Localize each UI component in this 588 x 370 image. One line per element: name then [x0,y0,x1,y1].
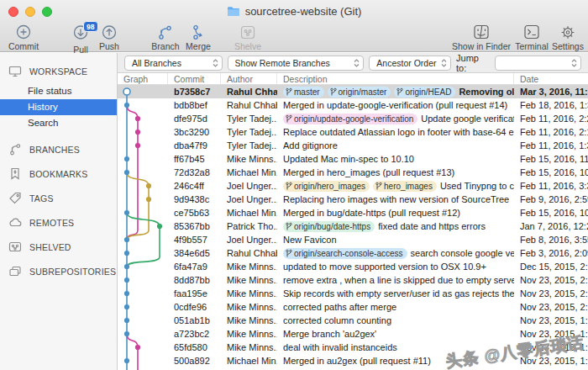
commit-hash: a723bc2 [168,329,221,339]
commit-author: Mike Minns... [221,329,277,339]
sidebar-item-history[interactable]: History [0,99,117,115]
commit-hash: 6fa47a9 [168,262,221,272]
branch-badge-label: origin/HEAD [405,87,451,97]
commit-button[interactable]: Commit [3,24,44,51]
commit-date: Dec 15, 2015, 2:0... [514,262,588,272]
title-bar: sourcetree-website (Git) [0,5,588,18]
remote-filter-select[interactable]: Show Remote Branches [228,56,365,71]
table-row[interactable]: 051ab1bMike Minns...corrected column cou… [118,314,588,327]
table-row[interactable]: a723bc2Mike Minns...Merge branch 'au2gex… [118,327,588,341]
sidebar-section-shelved[interactable]: SHELVED [0,235,117,259]
commit-message: search console google ver... [411,248,514,258]
branch-badge: origin/master [328,87,391,98]
commit-author: Rahul Chhab... [221,100,277,110]
commit-hash: 8dd87bb [168,275,221,285]
table-row[interactable]: 246c4ffJoel Unger...origin/hero_imageshe… [118,179,588,193]
commit-author: Mike Minns... [221,342,277,352]
terminal-button[interactable]: Terminal [512,24,552,51]
window-chrome: sourcetree-website (Git) Commit 98 Pull [0,0,588,52]
column-header-commit[interactable]: Commit [168,73,221,84]
sourcetree-window: sourcetree-website (Git) Commit 98 Pull [0,0,588,370]
table-row[interactable]: 4f9b557Joel Unger...New FaviconFeb 8, 20… [118,233,588,246]
merge-label: Merge [180,41,217,51]
commit-message: Skip records with empty server/user id a… [283,288,514,299]
column-header-graph[interactable]: Graph [118,73,168,84]
table-row[interactable]: 8dd87bbMike Minns...remove extra , when … [118,273,588,287]
commit-author: Tyler Tadej... [221,127,277,137]
table-row[interactable]: b7358c7Rahul Chha...masterorigin/mastero… [118,85,588,98]
branch-badge-label: master [294,87,320,97]
branch-badge-icon [375,182,382,191]
commit-message: Merged in update-google-verification (pu… [283,100,507,110]
shelve-label: Shelve [226,41,270,51]
tag-icon [8,192,22,204]
table-row[interactable]: ff67b45Mike Minns...Updated Mac min-spec… [118,152,588,166]
show-in-finder-button[interactable]: Show in Finder [448,24,515,51]
sidebar-section-remotes[interactable]: REMOTES [0,210,117,235]
commit-message: fixed date and https errors [378,221,486,231]
column-header-date[interactable]: Date [514,73,588,84]
push-button[interactable]: Push [92,24,126,51]
commit-description: corrected paths after merge [277,302,514,312]
window-title: sourcetree-website (Git) [245,5,362,18]
commit-description: masterorigin/masterorigin/HEADRemoving o… [277,87,514,98]
table-row[interactable]: 0cdfe96Mike Minns...corrected paths afte… [118,300,588,314]
table-row[interactable]: bdb8befRahul Chhab...Merged in update-go… [118,98,588,112]
commit-date: Jan 7, 2016, 12:2... [514,221,588,231]
branch-badge: origin/hero_images [283,181,370,192]
table-row[interactable]: ce75b63Michael Min...Merged in bug/date-… [118,206,588,219]
commit-description: Updated Mac min-spec to 10.10 [277,154,514,164]
commit-hash: dfe975d [168,114,221,124]
sidebar-section-subrepositories[interactable]: SUBREPOSITORIES [0,259,117,283]
commit-label: Commit [3,41,44,51]
table-row[interactable]: 384e6d5Rahul Chhab...origin/search-conso… [118,246,588,260]
sidebar-label-workspace: WORKSPACE [29,66,87,77]
table-row[interactable]: faa195eMike Minns...Skip records with em… [118,287,588,300]
commit-date: Nov 23, 2015, 2:2... [514,275,588,285]
table-row[interactable]: dba47f9Tyler Tadej...Add gitignoreFeb 11… [118,139,588,152]
order-filter-select[interactable]: Ancestor Order [369,56,451,71]
sidebar-section-tags[interactable]: TAGS [0,186,117,210]
commit-hash: 4f9b557 [168,235,221,245]
branch-badge-label: origin/bug/date-https [294,222,370,231]
commit-date: Mar 3, 2016, 11:... [514,87,588,97]
commit-author: Rahul Chha... [221,87,277,97]
commit-message: Replace outdated Atlassian logo in foote… [283,127,514,137]
shelve-button: Shelve [226,24,270,51]
table-row[interactable]: 6fa47a9Mike Minns...updated to move supp… [118,260,588,273]
table-header: Graph Commit Author Description Date [118,73,588,85]
sidebar-section-branches[interactable]: BRANCHES [0,137,117,161]
settings-label: Settings [549,41,586,51]
commit-hash: 0cdfe96 [168,302,221,312]
commit-author: Mike Minns... [221,262,277,272]
sidebar-section-bookmarks[interactable]: BOOKMARKS [0,161,117,186]
commit-hash: dba47f9 [168,140,221,151]
commit-message: Replacing hero images with new version o… [283,194,509,204]
table-row[interactable]: dfe975dTyler Tadej...origin/update-googl… [118,112,588,125]
table-row[interactable]: 85367bbPatrick Tho...origin/bug/date-htt… [118,219,588,233]
commit-description: Merged in update-google-verification (pu… [277,100,514,110]
folders-icon [8,265,22,278]
table-row[interactable]: 72d32a8Michael Min...Merged in hero_imag… [118,166,588,179]
branch-badge-icon [286,182,292,191]
merge-button[interactable]: Merge [180,24,217,51]
branch-badge-label: origin/update-google-verification [294,114,413,124]
settings-button[interactable]: Settings [549,24,586,51]
commit-date: Feb 18, 2016, 1:3... [514,100,588,110]
branch-filter-select[interactable]: All Branches [124,56,223,71]
sidebar-item-search[interactable]: Search [0,115,117,131]
chevron-updown-icon [440,58,448,68]
commit-message: corrected paths after merge [283,302,396,312]
table-row[interactable]: 3bc3290Tyler Tadej...Replace outdated At… [118,125,588,139]
column-header-author[interactable]: Author [221,73,277,84]
sidebar-label-subrepositories: SUBREPOSITORIES [29,267,116,277]
commit-message: Updated Mac min-spec to 10.10 [283,154,414,164]
commit-message: Merged in bug/date-https (pull request #… [283,208,460,218]
table-row[interactable]: 9d9438cJoel Unger...Replacing hero image… [118,193,588,206]
commit-author: Rahul Chhab... [221,248,277,258]
jump-to-select[interactable] [495,56,581,71]
column-header-description[interactable]: Description [277,73,514,84]
sidebar-section-workspace[interactable]: WORKSPACE [0,59,117,83]
commit-date: Nov 23, 2015, 2:0... [514,302,588,312]
sidebar-item-file-status[interactable]: File status [0,83,117,99]
